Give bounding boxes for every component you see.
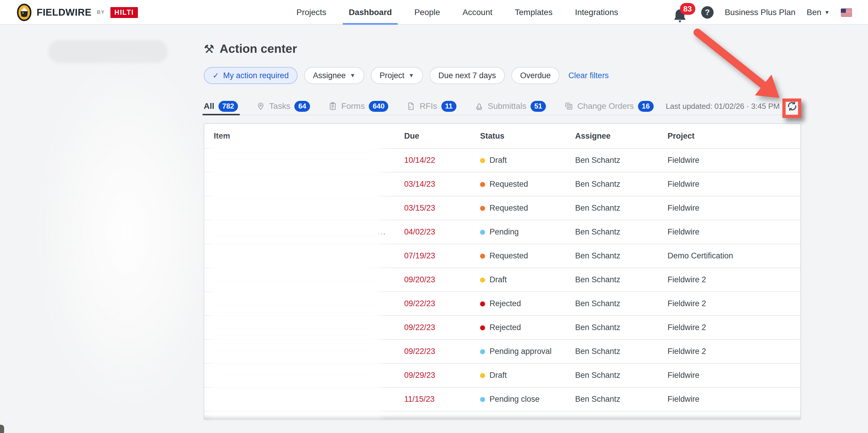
nav-integrations[interactable]: Integrations (571, 0, 621, 25)
brand[interactable]: FIELDWIRE BY HILTI (17, 0, 138, 25)
status-dot (480, 373, 485, 378)
status-dot (480, 230, 485, 235)
clipboard-icon (328, 102, 337, 111)
user-name: Ben (807, 8, 822, 17)
table-row[interactable]: 09/29/23 Draft Ben Schantz Fieldwire (204, 363, 800, 387)
tab-all[interactable]: All 782 (204, 98, 238, 115)
tab-change-orders-count: 16 (638, 101, 654, 112)
main-nav: Projects Dashboard People Account Templa… (293, 0, 622, 25)
chevron-down-icon: ▼ (824, 9, 830, 15)
tab-rfis[interactable]: RFIs 11 (407, 98, 456, 115)
table-row[interactable]: 03/15/23 Requested Ben Schantz Fieldwire (204, 196, 800, 220)
topbar-right: 83 ? Business Plus Plan Ben ▼ (674, 0, 852, 25)
tab-all-count: 782 (218, 101, 238, 112)
table-row[interactable]: 09/20/23 Draft Ben Schantz Fieldwire 2 (204, 268, 800, 292)
stamp-icon (475, 102, 484, 111)
tab-rfis-count: 11 (441, 101, 457, 112)
tab-tasks[interactable]: Tasks 64 (256, 98, 310, 115)
table-header-row: Item Due Status Assignee Project (204, 124, 800, 148)
fieldwire-logo-icon (17, 3, 32, 22)
document-icon (407, 102, 415, 111)
col-assignee: Assignee (566, 124, 658, 148)
status-dot (480, 206, 485, 211)
action-center-icon: ⚒ (204, 42, 214, 56)
page-title-text: Action center (220, 42, 297, 56)
col-due: Due (395, 124, 471, 148)
tabs-right: Last updated: 01/02/26 · 3:45 PM (666, 99, 801, 113)
table-row[interactable]: 11/15/23 Pending close Ben Schantz Field… (204, 387, 800, 411)
status-dot (480, 301, 485, 306)
filter-bar: ✓ My action required Assignee ▼ Project … (204, 67, 801, 84)
blurred-pill-region (48, 40, 168, 63)
status-dot (480, 349, 485, 354)
col-status: Status (471, 124, 566, 148)
check-icon: ✓ (213, 71, 219, 80)
status-dot (480, 277, 485, 282)
notification-count-badge: 83 (680, 3, 695, 15)
nav-projects[interactable]: Projects (293, 0, 330, 25)
col-item: Item (204, 124, 395, 148)
table-row[interactable]: 07/19/23 Requested Ben Schantz Demo Cert… (204, 244, 800, 268)
table-row[interactable]: 09/22/23 Pending approval Ben Schantz Fi… (204, 339, 800, 363)
table-row[interactable]: 09/22/23 Rejected Ben Schantz Fieldwire … (204, 315, 800, 339)
notifications-button[interactable]: 83 (674, 4, 690, 21)
hilti-logo: HILTI (111, 7, 138, 18)
refresh-icon (786, 100, 799, 113)
col-project: Project (658, 124, 800, 148)
status-dot (480, 182, 485, 187)
brand-fieldwire: FIELDWIRE (37, 7, 92, 18)
pin-icon (256, 102, 265, 111)
filter-overdue[interactable]: Overdue (512, 67, 560, 84)
brand-by: BY (97, 9, 105, 15)
blurred-sidebar-region (32, 47, 221, 419)
tab-forms[interactable]: Forms 640 (328, 98, 388, 115)
nav-dashboard[interactable]: Dashboard (345, 0, 395, 25)
clear-filters-link[interactable]: Clear filters (568, 71, 609, 80)
page-title: ⚒ Action center (204, 42, 801, 56)
status-dot (480, 158, 485, 163)
user-menu[interactable]: Ben ▼ (807, 8, 830, 17)
main-content: ⚒ Action center ✓ My action required Ass… (204, 25, 801, 420)
last-updated-text: Last updated: 01/02/26 · 3:45 PM (666, 102, 780, 111)
filter-due-next-7-days[interactable]: Due next 7 days (430, 67, 505, 84)
filter-project[interactable]: Project ▼ (371, 67, 423, 84)
tabs-row: All 782 Tasks 64 (204, 98, 801, 115)
status-dot (480, 325, 485, 330)
help-button[interactable]: ? (701, 6, 714, 19)
tabs: All 782 Tasks 64 (204, 98, 654, 115)
nav-account[interactable]: Account (459, 0, 496, 25)
chevron-down-icon: ▼ (350, 72, 355, 79)
copy-sync-icon (564, 102, 573, 111)
status-dot (480, 254, 485, 259)
tab-submittals[interactable]: Submittals 51 (475, 98, 546, 115)
table-row[interactable]: 01/22/24 Open Ben Schantz Fieldwire 2 (204, 411, 800, 420)
topbar: FIELDWIRE BY HILTI Projects Dashboard Pe… (0, 0, 868, 25)
refresh-button[interactable] (785, 99, 799, 113)
plan-label: Business Plus Plan (725, 8, 796, 17)
action-items-table: Item Due Status Assignee Project 10/14/2… (204, 123, 801, 420)
table-row[interactable]: ... 04/02/23 Pending Ben Schantz Fieldwi… (204, 220, 800, 244)
tab-change-orders[interactable]: Change Orders 16 (564, 98, 653, 115)
tab-forms-count: 640 (369, 101, 388, 112)
table-row[interactable]: 09/22/23 Rejected Ben Schantz Fieldwire … (204, 292, 800, 315)
tab-submittals-count: 51 (531, 101, 546, 112)
status-dot (480, 397, 485, 402)
table-row[interactable]: 10/14/22 Draft Ben Schantz Fieldwire (204, 148, 800, 172)
language-flag-us[interactable] (841, 8, 852, 16)
chevron-down-icon: ▼ (409, 72, 414, 79)
table-row[interactable]: 03/14/23 Requested Ben Schantz Fieldwire (204, 172, 800, 196)
filter-my-action-required[interactable]: ✓ My action required (204, 67, 298, 84)
nav-templates[interactable]: Templates (512, 0, 556, 25)
filter-assignee[interactable]: Assignee ▼ (304, 67, 364, 84)
tab-tasks-count: 64 (294, 101, 310, 112)
nav-people[interactable]: People (411, 0, 443, 25)
cutoff-element (0, 425, 4, 433)
